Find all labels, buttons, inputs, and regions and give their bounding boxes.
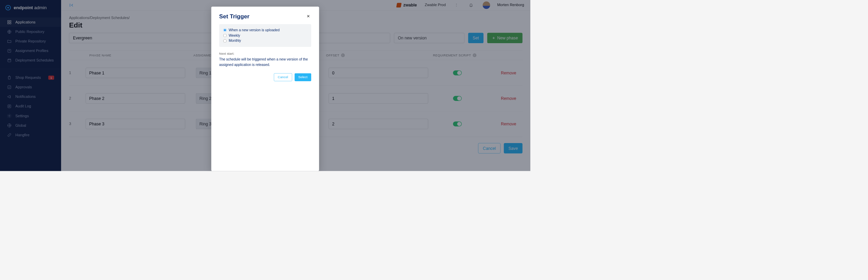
radio-input[interactable] — [223, 29, 227, 32]
trigger-option-new-version[interactable]: When a new version is uploaded — [223, 28, 307, 33]
radio-input[interactable] — [223, 34, 227, 37]
modal-cancel-button[interactable]: Cancel — [274, 73, 292, 81]
trigger-option-monthly[interactable]: Monthly — [223, 38, 307, 43]
modal-title: Set Trigger — [219, 13, 249, 20]
trigger-options: When a new version is uploaded Weekly Mo… — [219, 24, 311, 47]
next-start-label: Next start: — [219, 52, 311, 56]
set-trigger-modal: Set Trigger When a new version is upload… — [211, 7, 319, 171]
trigger-description: The schedule will be triggered when a ne… — [219, 57, 311, 67]
radio-input[interactable] — [223, 39, 227, 42]
modal-close-button[interactable] — [305, 13, 311, 19]
trigger-option-weekly[interactable]: Weekly — [223, 33, 307, 38]
modal-select-button[interactable]: Select — [295, 73, 311, 81]
modal-overlay[interactable]: Set Trigger When a new version is upload… — [0, 0, 530, 171]
